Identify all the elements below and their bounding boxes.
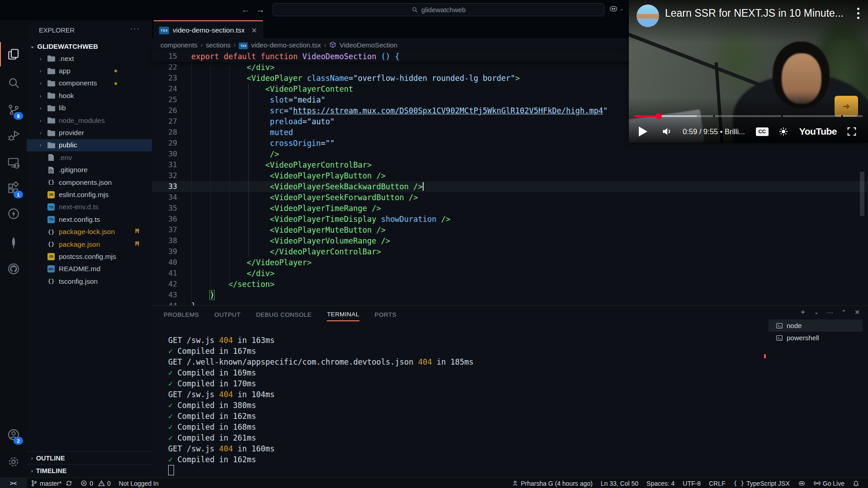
activity-run-debug[interactable]	[0, 123, 27, 148]
outline-section[interactable]: › OUTLINE	[27, 451, 152, 465]
fullscreen-icon[interactable]	[847, 127, 857, 136]
close-icon[interactable]: ✕	[850, 309, 864, 316]
thunder-client-icon	[7, 207, 20, 221]
tree-file--gitignore[interactable]: .gitignore	[27, 164, 152, 176]
activity-extensions[interactable]: 1	[0, 176, 27, 201]
activity-mongodb[interactable]	[0, 230, 27, 254]
chevron-up-icon[interactable]: ⌃	[837, 309, 850, 316]
panel-tab-debug-console[interactable]: DEBUG CONSOLE	[256, 307, 311, 321]
status-git-blame[interactable]: Prharsha G (4 hours ago)	[508, 478, 597, 488]
explorer-sidebar: EXPLORER ··· ⌄ GLIDEWATCHWEB ›.next›app›…	[27, 20, 152, 478]
terminal-line: ✓ Compiled in 170ms	[168, 378, 474, 389]
status-language-mode[interactable]: { }TypeScript JSX	[730, 478, 794, 488]
status-copilot[interactable]	[794, 478, 810, 488]
chevron-down-icon[interactable]: ⌄	[810, 309, 823, 315]
status-cursor-position[interactable]: Ln 33, Col 50	[597, 478, 642, 488]
kebab-menu-icon[interactable]	[857, 8, 860, 19]
tree-file-package-json[interactable]: {}package.jsonM	[27, 238, 152, 250]
status-remote-indicator[interactable]: ><	[0, 478, 27, 488]
timeline-section[interactable]: › TIMELINE	[27, 464, 152, 477]
tree-file-readme-md[interactable]: MDREADME.md	[27, 263, 152, 275]
status-auth-status[interactable]: Not Logged In	[115, 478, 163, 488]
panel-tab-ports[interactable]: PORTS	[375, 307, 396, 321]
terminal-instance-powershell[interactable]: powershell	[769, 332, 863, 344]
status-notifications[interactable]	[849, 478, 863, 488]
chevron-right-icon: ›	[40, 118, 47, 123]
chevron-right-icon: ›	[40, 56, 47, 61]
project-root-row[interactable]: ⌄ GLIDEWATCHWEB	[27, 40, 152, 52]
status-go-live[interactable]: Go Live	[810, 478, 849, 488]
tree-folder-components[interactable]: ›components	[27, 77, 152, 89]
panel-tab-output[interactable]: OUTPUT	[214, 307, 241, 321]
tree-folder-node-modules[interactable]: ›node_modules	[27, 114, 152, 127]
activity-source-control[interactable]: 8	[0, 98, 27, 122]
panel-tab-problems[interactable]: PROBLEMS	[164, 307, 199, 321]
nav-forward-icon[interactable]: →	[255, 4, 266, 16]
play-icon[interactable]	[639, 127, 647, 136]
tree-file-postcss-config-mjs[interactable]: JSpostcss.config.mjs	[27, 250, 152, 263]
tree-folder-app[interactable]: ›app	[27, 65, 152, 77]
activity-explorer[interactable]	[0, 42, 27, 66]
tree-file-eslint-config-mjs[interactable]: JSeslint.config.mjs	[27, 188, 152, 201]
editor-scrollbar[interactable]	[860, 172, 864, 216]
activity-search[interactable]	[0, 70, 27, 95]
youtube-pip-player[interactable]: ➜ Learn SSR for NEXT.JS in 10 Minute... …	[629, 0, 868, 143]
terminal-line: ✓ Compiled in 162ms	[168, 411, 474, 422]
channel-avatar[interactable]	[637, 5, 659, 27]
terminal-line: GET /.well-known/appspecific/com.chrome.…	[168, 357, 474, 367]
breadcrumb-item[interactable]: VideoDemoSection	[340, 41, 397, 49]
status-left: ><master*00Not Logged In	[0, 478, 163, 488]
file-tree: ›.next›app›components›hook›lib›node_modu…	[27, 52, 152, 287]
activity-settings[interactable]	[0, 450, 27, 474]
tree-folder-hook[interactable]: ›hook	[27, 89, 152, 102]
activity-bar: 812	[0, 20, 27, 478]
activity-thunder-client[interactable]	[0, 202, 27, 226]
close-icon[interactable]: ✕	[251, 26, 257, 35]
settings-gear-icon[interactable]	[778, 127, 788, 136]
line-content: </VideoPlayer>	[177, 257, 311, 268]
tree-folder-lib[interactable]: ›lib	[27, 102, 152, 114]
status-encoding[interactable]: UTF-8	[679, 478, 705, 488]
line-content: <VideoPlayerTimeRange />	[177, 203, 381, 214]
status-git-branch[interactable]: master*	[27, 478, 76, 488]
status-indentation[interactable]: Spaces: 4	[642, 478, 679, 488]
status-eol[interactable]: CRLF	[705, 478, 730, 488]
status-problems[interactable]: 00	[76, 478, 115, 488]
tab-video-demo-section[interactable]: TSX video-demo-section.tsx ✕	[154, 20, 263, 39]
terminal-instance-node[interactable]: node	[769, 319, 863, 332]
captions-button[interactable]: CC	[756, 127, 769, 136]
explorer-more-icon[interactable]: ···	[130, 25, 140, 33]
more-icon[interactable]: ···	[823, 309, 837, 316]
tree-file-next-env-d-ts[interactable]: TSnext-env.d.ts	[27, 201, 152, 213]
breadcrumb-item[interactable]: components	[160, 41, 198, 49]
file-label: hook	[59, 92, 74, 100]
video-progress-bar[interactable]	[634, 115, 863, 117]
command-center-search[interactable]: glidewatchweb	[273, 3, 604, 16]
nav-back-icon[interactable]: ←	[240, 4, 251, 16]
seek-knob[interactable]	[656, 113, 662, 119]
volume-icon[interactable]	[661, 126, 673, 137]
panel-tab-terminal[interactable]: TERMINAL	[327, 307, 359, 321]
video-title[interactable]: Learn SSR for NEXT.JS in 10 Minute...	[665, 7, 844, 19]
tree-folder-provider[interactable]: ›provider	[27, 127, 152, 139]
terminal-output[interactable]: GET /sw.js 404 in 163ms✓ Compiled in 167…	[168, 335, 474, 465]
code-line-42: 42 </section>	[152, 279, 868, 290]
copilot-menu-button[interactable]: ⌄	[609, 4, 623, 14]
tree-file-package-lock-json[interactable]: {}package-lock.jsonM	[27, 225, 152, 238]
tree-file-components-json[interactable]: {}components.json	[27, 176, 152, 188]
youtube-logo[interactable]: YouTube	[799, 126, 837, 137]
tree-folder-public[interactable]: ›public	[27, 139, 152, 151]
activity-accounts[interactable]: 2	[0, 422, 27, 447]
breadcrumb-item[interactable]: sections	[206, 41, 231, 49]
breadcrumb-item[interactable]: video-demo-section.tsx	[251, 41, 321, 49]
activity-github[interactable]	[0, 257, 27, 281]
tree-file-tsconfig-json[interactable]: {}tsconfig.json	[27, 275, 152, 287]
tree-folder--next[interactable]: ›.next	[27, 52, 152, 65]
status-label: Spaces: 4	[646, 480, 675, 487]
line-content: src="https://stream.mux.com/DS00Spx1CV90…	[177, 105, 608, 116]
tree-file-next-config-ts[interactable]: TSnext.config.ts	[27, 213, 152, 225]
badge-count: 2	[14, 437, 23, 445]
tree-file--env[interactable]: .env	[27, 151, 152, 164]
plus-icon[interactable]: +	[796, 308, 810, 317]
activity-remote-explorer[interactable]	[0, 150, 27, 175]
